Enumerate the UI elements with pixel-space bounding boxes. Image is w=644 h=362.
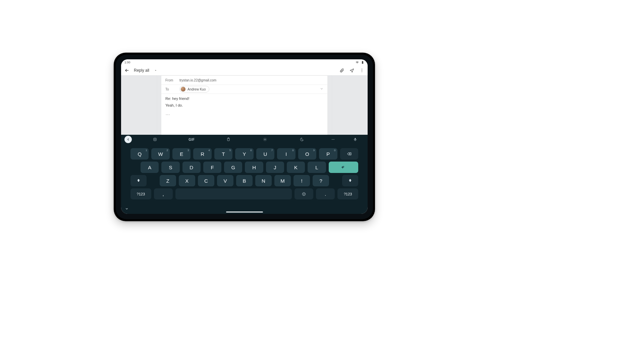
- key-j[interactable]: J: [266, 162, 284, 173]
- settings-icon[interactable]: [247, 137, 284, 141]
- key-d[interactable]: D: [182, 162, 201, 173]
- subject-text[interactable]: Re: hey friend!: [161, 94, 327, 101]
- battery-icon: [361, 61, 364, 64]
- key-hint: 3: [187, 149, 189, 152]
- recipient-name: Andrew Kuo: [187, 87, 206, 91]
- svg-point-11: [333, 139, 333, 140]
- compose-card: From trystan.io.22@gmail.com To Andrew K…: [161, 75, 328, 143]
- to-label: To: [165, 87, 175, 91]
- app-bar: Reply all: [121, 65, 368, 75]
- gif-button[interactable]: GIF: [173, 138, 210, 141]
- collapse-keyboard-icon[interactable]: [125, 206, 128, 212]
- key-l[interactable]: L: [308, 162, 326, 173]
- on-screen-keyboard: GIF: [121, 135, 368, 214]
- key-hint: 7: [271, 149, 273, 152]
- more-tools-icon[interactable]: [320, 137, 346, 141]
- svg-point-5: [154, 139, 155, 139]
- key-h[interactable]: H: [245, 162, 263, 173]
- key-b[interactable]: B: [236, 175, 253, 186]
- key-w[interactable]: W2: [151, 148, 169, 160]
- status-time: 1:00: [124, 61, 130, 64]
- key-c[interactable]: C: [198, 175, 214, 186]
- key-x[interactable]: X: [179, 175, 195, 186]
- key-o[interactable]: O9: [298, 148, 316, 160]
- key-period[interactable]: .: [316, 188, 335, 199]
- key-u[interactable]: U7: [256, 148, 274, 160]
- page-title: Reply all: [134, 68, 149, 73]
- svg-point-6: [155, 139, 156, 139]
- key-n[interactable]: N: [255, 175, 272, 186]
- key-emoji[interactable]: [294, 188, 313, 199]
- from-row[interactable]: From trystan.io.22@gmail.com: [161, 76, 327, 85]
- avatar: [181, 87, 185, 92]
- key-backspace[interactable]: [340, 148, 358, 160]
- svg-point-1: [362, 68, 362, 69]
- key-hint: 1: [146, 149, 147, 152]
- key-symbols-right[interactable]: ?123: [337, 188, 358, 199]
- key-hint: 8: [292, 149, 293, 152]
- svg-point-9: [265, 139, 266, 140]
- key-e[interactable]: E3: [172, 148, 191, 160]
- key-hint: 0: [334, 149, 335, 152]
- svg-point-18: [304, 193, 305, 194]
- svg-point-3: [362, 71, 362, 72]
- theme-icon[interactable]: [283, 137, 320, 141]
- key-p[interactable]: P0: [319, 148, 337, 160]
- gesture-nav-handle[interactable]: [226, 212, 263, 213]
- key-hint: 5: [229, 149, 231, 152]
- key-symbols-left[interactable]: ?123: [130, 188, 151, 199]
- clipboard-icon[interactable]: [210, 137, 247, 141]
- to-row[interactable]: To Andrew Kuo: [161, 85, 327, 94]
- svg-point-16: [303, 192, 306, 195]
- attach-icon[interactable]: [339, 68, 344, 73]
- key-t[interactable]: T5: [214, 148, 232, 160]
- key-k[interactable]: K: [287, 162, 305, 173]
- key-s[interactable]: S: [161, 162, 179, 173]
- key-v[interactable]: V: [217, 175, 233, 186]
- key-a[interactable]: A: [141, 162, 159, 173]
- status-bar: 1:00: [121, 59, 368, 65]
- key-g[interactable]: G: [224, 162, 242, 173]
- key-i[interactable]: I8: [277, 148, 295, 160]
- svg-point-2: [362, 70, 362, 71]
- key-r[interactable]: R4: [193, 148, 211, 160]
- key-f[interactable]: F: [203, 162, 221, 173]
- key-q[interactable]: Q1: [130, 148, 149, 160]
- overflow-menu-icon[interactable]: [360, 68, 364, 73]
- title-dropdown-icon[interactable]: [154, 69, 157, 72]
- show-quoted-button[interactable]: …: [161, 109, 327, 117]
- key-hint: 4: [208, 149, 210, 152]
- key-shift-left[interactable]: [130, 175, 147, 186]
- key-y[interactable]: Y6: [235, 148, 253, 160]
- svg-point-10: [332, 139, 332, 140]
- key-exclaim[interactable]: !: [293, 175, 310, 186]
- key-hint: 2: [166, 149, 168, 152]
- keyboard-collapse-left-icon[interactable]: [124, 136, 132, 143]
- key-comma[interactable]: ,: [154, 188, 173, 199]
- key-z[interactable]: Z: [160, 175, 176, 186]
- svg-point-17: [303, 193, 304, 194]
- send-icon[interactable]: [350, 68, 354, 73]
- expand-recipients-icon[interactable]: [320, 87, 323, 91]
- recipient-chip[interactable]: Andrew Kuo: [179, 86, 209, 93]
- tablet-frame: 1:00 Reply all: [114, 53, 375, 221]
- key-enter[interactable]: [329, 162, 358, 173]
- from-value: trystan.io.22@gmail.com: [179, 78, 216, 82]
- key-space[interactable]: [175, 188, 292, 199]
- back-icon[interactable]: [124, 68, 129, 73]
- from-label: From: [165, 78, 175, 82]
- key-hint: 6: [250, 149, 252, 152]
- tablet-screen: 1:00 Reply all: [121, 59, 368, 214]
- svg-rect-4: [154, 138, 156, 141]
- wifi-icon: [356, 61, 359, 64]
- key-question[interactable]: ?: [313, 175, 329, 186]
- content-background: From trystan.io.22@gmail.com To Andrew K…: [121, 75, 368, 135]
- key-shift-right[interactable]: [342, 175, 358, 186]
- key-m[interactable]: M: [274, 175, 291, 186]
- sticker-icon[interactable]: [137, 137, 173, 141]
- body-text[interactable]: Yeah, I do.: [161, 101, 327, 109]
- svg-point-12: [334, 139, 334, 140]
- mic-icon[interactable]: [346, 137, 364, 141]
- key-hint: 9: [313, 149, 315, 152]
